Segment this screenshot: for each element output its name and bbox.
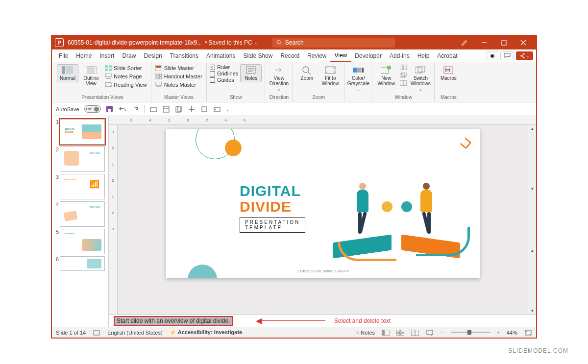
switch-windows-button[interactable]: Switch Windows ⌄: [410, 64, 431, 93]
accessibility-status[interactable]: ⚡ Accessibility: Investigate: [170, 329, 243, 336]
qat-icon-3[interactable]: [175, 105, 183, 113]
qat-overflow[interactable]: ⌄: [226, 107, 230, 112]
group-direction: Direction: [268, 94, 290, 101]
normal-view-icon[interactable]: [382, 329, 390, 336]
tab-help[interactable]: Help: [414, 49, 434, 62]
maximize-button[interactable]: [494, 36, 514, 49]
slide-1[interactable]: DIGITAL DIVIDE PRESENTATIONTEMPLATE 1.CI…: [166, 129, 480, 278]
svg-rect-38: [362, 68, 364, 73]
qat-icon-6[interactable]: [213, 105, 221, 113]
svg-rect-19: [105, 73, 111, 77]
notes-button[interactable]: Notes: [240, 64, 262, 82]
qat-icon-2[interactable]: [162, 105, 170, 113]
tab-developer[interactable]: Developer: [351, 49, 386, 62]
outline-view-button[interactable]: Outline View: [80, 64, 102, 88]
qat-icon-1[interactable]: [149, 105, 157, 113]
share-button[interactable]: ⌄: [516, 51, 533, 60]
notes-page-button[interactable]: Notes Page: [104, 73, 148, 80]
record-indicator-button[interactable]: ◉: [487, 51, 498, 60]
tab-view[interactable]: View: [330, 49, 351, 62]
thumb-6[interactable]: [60, 256, 105, 271]
thumb-1[interactable]: DIGITALDIVIDE: [60, 119, 105, 145]
thumb-2[interactable]: TITLE HERE: [60, 146, 105, 172]
sorter-view-icon[interactable]: [396, 329, 404, 336]
move-split-button[interactable]: [399, 80, 408, 86]
slide-master-button[interactable]: Slide Master: [154, 64, 203, 72]
svg-rect-37: [357, 68, 361, 73]
svg-rect-42: [400, 65, 403, 70]
tab-addins[interactable]: Add-ins: [386, 49, 414, 62]
svg-rect-43: [404, 65, 407, 70]
svg-point-0: [277, 41, 280, 44]
autosave-label: AutoSave: [56, 106, 79, 112]
undo-icon[interactable]: [119, 105, 126, 113]
notes-text[interactable]: Start slide with an overview of digital …: [114, 316, 233, 326]
autosave-toggle[interactable]: Off: [84, 105, 101, 113]
slide-title-1[interactable]: DIGITAL: [240, 183, 301, 199]
tab-file[interactable]: File: [55, 49, 72, 62]
pen-icon[interactable]: [455, 36, 474, 49]
slide-subtitle[interactable]: PRESENTATIONTEMPLATE: [240, 217, 305, 233]
svg-rect-53: [150, 107, 156, 112]
new-window-button[interactable]: +New Window: [375, 64, 397, 88]
close-button[interactable]: [514, 36, 533, 49]
zoom-in[interactable]: +: [497, 330, 500, 336]
slide-canvas[interactable]: DIGITAL DIVIDE PRESENTATIONTEMPLATE 1.CI…: [118, 125, 528, 314]
tab-animations[interactable]: Animations: [202, 49, 239, 62]
search-box[interactable]: Search: [272, 38, 395, 48]
save-status[interactable]: • Saved to this PC ⌄: [205, 39, 258, 46]
minimize-button[interactable]: [474, 36, 494, 49]
zoom-out[interactable]: −: [441, 330, 443, 336]
redo-icon[interactable]: [131, 105, 139, 113]
qat-icon-5[interactable]: [200, 105, 208, 113]
save-icon[interactable]: [106, 105, 114, 113]
zoom-level[interactable]: 44%: [507, 330, 517, 336]
spellcheck-icon[interactable]: [93, 329, 100, 336]
fit-icon[interactable]: [524, 329, 532, 336]
slideshow-icon[interactable]: [426, 329, 434, 336]
language-status[interactable]: English (United States): [107, 330, 163, 336]
arrange-all-button[interactable]: [399, 64, 408, 71]
tab-home[interactable]: Home: [72, 49, 96, 62]
qat-icon-4[interactable]: [188, 105, 196, 113]
gridlines-checkbox[interactable]: Gridlines: [210, 71, 238, 76]
thumbnail-pane[interactable]: 1DIGITALDIVIDE 2TITLE HERE 3What is Wi-F…: [52, 116, 109, 327]
thumb-5[interactable]: TITLE HERE: [60, 229, 105, 254]
zoom-slider[interactable]: [451, 332, 490, 333]
reading-view-button[interactable]: Reading View: [104, 81, 148, 89]
tab-insert[interactable]: Insert: [96, 49, 118, 62]
plug-orange: [382, 201, 392, 212]
tab-draw[interactable]: Draw: [118, 49, 140, 62]
thumb-3[interactable]: What is Wi-Fi?📶: [60, 174, 105, 199]
view-direction-button[interactable]: View Direction ⌄: [268, 64, 290, 93]
notes-pane[interactable]: Start slide with an overview of digital …: [109, 314, 536, 327]
cascade-button[interactable]: [399, 72, 408, 78]
color-grayscale-button[interactable]: Color/ Grayscale⌄: [347, 64, 369, 94]
notes-master-button[interactable]: Notes Master: [154, 81, 203, 89]
tab-acrobat[interactable]: Acrobat: [433, 49, 461, 62]
slide-sorter-button[interactable]: Slide Sorter: [104, 64, 148, 72]
tab-slideshow[interactable]: Slide Show: [239, 49, 276, 62]
comments-button[interactable]: [500, 51, 514, 60]
fit-window-button[interactable]: Fit to Window: [319, 64, 341, 88]
handout-master-button[interactable]: Handout Master: [154, 73, 203, 80]
slide-counter[interactable]: Slide 1 of 14: [56, 330, 86, 336]
vertical-scrollbar[interactable]: ▴▾▴▾: [528, 125, 536, 314]
search-placeholder: Search: [285, 39, 304, 46]
notes-toggle[interactable]: ≡ Notes: [356, 330, 375, 336]
tab-review[interactable]: Review: [303, 49, 330, 62]
ruler-checkbox[interactable]: ✓Ruler: [210, 64, 238, 70]
tab-record[interactable]: Record: [276, 49, 303, 62]
reading-view-icon[interactable]: [411, 329, 419, 336]
tab-design[interactable]: Design: [140, 49, 166, 62]
zoom-button[interactable]: Zoom: [296, 64, 318, 82]
svg-rect-24: [159, 74, 162, 76]
thumb-4[interactable]: TITLE HERE: [60, 201, 105, 227]
group-color: [347, 94, 369, 101]
svg-rect-44: [400, 74, 405, 78]
macros-button[interactable]: Macros: [438, 64, 459, 82]
tab-transitions[interactable]: Transitions: [166, 49, 202, 62]
guides-checkbox[interactable]: Guides: [210, 77, 238, 83]
slide-title-2[interactable]: DIVIDE: [240, 198, 292, 215]
normal-view-button[interactable]: Normal: [57, 64, 78, 82]
